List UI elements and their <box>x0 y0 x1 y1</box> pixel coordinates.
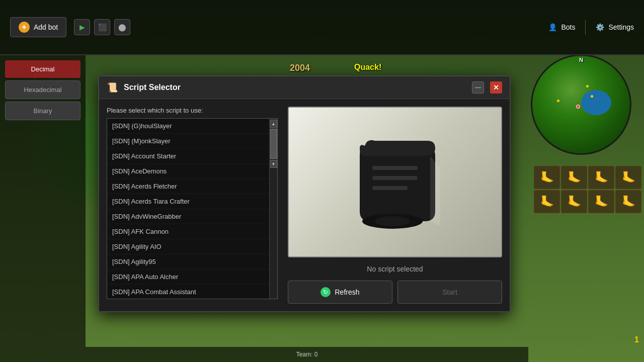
refresh-icon: ↻ <box>320 287 331 297</box>
inv-slot-7[interactable]: 🦶 <box>588 190 614 213</box>
add-bot-button[interactable]: + Add bot <box>10 17 66 37</box>
script-item[interactable]: [SDN] (G)houlSlayer <box>107 119 269 134</box>
script-item[interactable]: [SDN] APA Auto Alcher <box>107 269 269 285</box>
playback-controls: ▶ ⬛ ⬤ <box>74 19 130 35</box>
record-button[interactable]: ⬤ <box>114 19 130 35</box>
game-bottom-bar: Team: 0 <box>86 347 528 362</box>
svg-point-1 <box>375 216 410 226</box>
scroll-icon <box>350 131 440 233</box>
toolbar: + Add bot ▶ ⬛ ⬤ 👤 Bots ⚙️ Settings <box>0 0 644 55</box>
gold-dot-1 <box>586 85 589 87</box>
binary-button[interactable]: Binary <box>5 102 80 120</box>
minimize-button[interactable]: — <box>472 81 484 94</box>
start-button[interactable]: Start <box>397 281 502 304</box>
refresh-button[interactable]: ↻ Refresh <box>288 281 392 304</box>
dialog-icon: 📜 <box>107 82 118 93</box>
bots-label: Bots <box>561 23 575 31</box>
settings-label: Settings <box>608 23 634 31</box>
gold-dot-2 <box>591 95 593 98</box>
play-button[interactable]: ▶ <box>74 19 90 35</box>
dialog-title: Script Selector <box>124 83 466 92</box>
inv-slot-5[interactable]: 🦶 <box>534 190 560 213</box>
dialog-body: Please select which script to use: [SDN]… <box>99 99 510 311</box>
minimap-north: N <box>579 57 583 63</box>
inv-slot-2[interactable]: 🦶 <box>561 166 587 189</box>
decimal-button[interactable]: Decimal <box>5 60 80 78</box>
dialog-titlebar: 📜 Script Selector — ✕ <box>99 76 510 99</box>
scroll-down-button[interactable]: ▼ <box>270 160 277 168</box>
minimap-container: N <box>531 54 641 165</box>
script-selector-dialog[interactable]: 📜 Script Selector — ✕ Please select whic… <box>98 75 511 312</box>
dialog-instruction: Please select which script to use: <box>107 107 278 114</box>
scroll-up-button[interactable]: ▲ <box>270 120 277 128</box>
left-sidebar: Decimal Hexadecimal Binary <box>0 55 86 362</box>
minimap: N <box>531 54 631 155</box>
add-bot-label: Add bot <box>34 23 58 31</box>
dialog-left: Please select which script to use: [SDN]… <box>107 107 278 304</box>
toolbar-right: 👤 Bots ⚙️ Settings <box>548 20 634 35</box>
script-item[interactable]: [SDN] AFK Cannon <box>107 224 269 239</box>
gear-icon: ⚙️ <box>596 23 604 31</box>
number-badge: 1 <box>634 335 639 344</box>
settings-button[interactable]: ⚙️ Settings <box>596 23 634 31</box>
script-list[interactable]: [SDN] (G)houlSlayer[SDN] (M)onkSlayer[SD… <box>107 119 269 299</box>
script-item[interactable]: [SDN] Account Starter <box>107 149 269 164</box>
inv-slot-8[interactable]: 🦶 <box>615 190 641 213</box>
inv-slot-1[interactable]: 🦶 <box>534 166 560 189</box>
gold-dot-3 <box>557 100 559 102</box>
script-item[interactable]: [SDN] Acerds Tiara Crafter <box>107 194 269 209</box>
stop-button[interactable]: ⬛ <box>94 19 110 35</box>
script-item[interactable]: [SDN] Agility AIO <box>107 239 269 254</box>
script-list-container: [SDN] (G)houlSlayer[SDN] (M)onkSlayer[SD… <box>107 118 278 299</box>
svg-rect-2 <box>372 166 418 170</box>
scrollbar: ▲ ▼ <box>269 119 277 299</box>
bots-button[interactable]: 👤 Bots <box>548 23 575 31</box>
dialog-right: No script selected ↻ Refresh Start <box>278 107 502 304</box>
inventory-grid: 🦶 🦶 🦶 🦶 🦶 🦶 🦶 🦶 <box>534 166 641 213</box>
close-button[interactable]: ✕ <box>490 81 502 94</box>
bots-icon: 👤 <box>548 23 557 31</box>
player-dot <box>576 105 580 109</box>
game-quack-text: Quack! <box>354 63 381 72</box>
script-item[interactable]: [SDN] AdvWineGrabber <box>107 209 269 224</box>
toolbar-divider <box>585 20 586 35</box>
svg-rect-3 <box>372 176 418 180</box>
scroll-thumb[interactable] <box>270 129 277 159</box>
script-item[interactable]: [SDN] AceDemons <box>107 164 269 179</box>
no-script-text: No script selected <box>288 265 502 273</box>
inv-slot-3[interactable]: 🦶 <box>588 166 614 189</box>
script-item[interactable]: [SDN] Agility95 <box>107 254 269 269</box>
plus-icon: + <box>19 22 30 33</box>
script-preview <box>288 107 502 257</box>
team-text: Team: 0 <box>296 351 318 358</box>
svg-rect-4 <box>372 186 408 190</box>
dialog-action-row: ↻ Refresh Start <box>288 281 502 304</box>
script-item[interactable]: [SDN] (M)onkSlayer <box>107 134 269 149</box>
script-item[interactable]: [SDN] APA Combat Assistant <box>107 285 269 299</box>
inv-slot-4[interactable]: 🦶 <box>615 166 641 189</box>
refresh-label: Refresh <box>335 288 359 296</box>
inv-slot-6[interactable]: 🦶 <box>561 190 587 213</box>
hexadecimal-button[interactable]: Hexadecimal <box>5 80 80 99</box>
script-item[interactable]: [SDN] Acerds Fletcher <box>107 179 269 194</box>
game-year: 2004 <box>290 63 310 73</box>
